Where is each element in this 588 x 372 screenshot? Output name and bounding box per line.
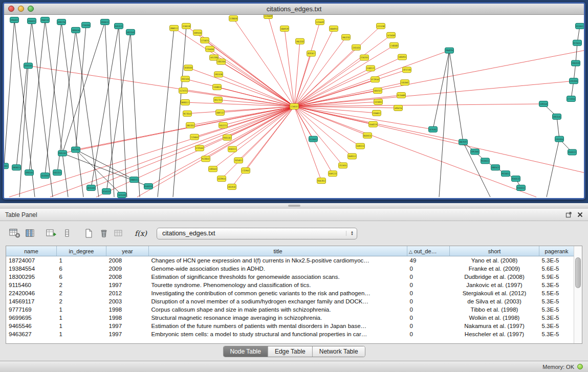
graph-node[interactable]: 23124551	[339, 163, 347, 168]
graph-node[interactable]: 15582127	[366, 65, 375, 71]
graph-node[interactable]: 14850931	[398, 54, 407, 60]
graph-node[interactable]: 50493112	[348, 154, 357, 159]
graph-node[interactable]: 18185500	[184, 65, 193, 71]
graph-node[interactable]: 21610467	[401, 80, 409, 85]
table-settings-icon[interactable]	[7, 227, 23, 240]
graph-node[interactable]: 22260158	[182, 23, 191, 29]
table-row[interactable]: 969969511998Structural magnetic resonanc…	[6, 314, 574, 322]
graph-node[interactable]: 20660531	[130, 177, 139, 183]
graph-node[interactable]: 18613351	[186, 122, 195, 128]
graph-node[interactable]: 14954754	[394, 105, 403, 111]
graph-node[interactable]: 18757105	[403, 67, 411, 73]
graph-node[interactable]: 55440219	[369, 121, 378, 127]
graph-node[interactable]: 12215769	[377, 23, 385, 29]
graph-node[interactable]: 25852504	[217, 59, 226, 64]
graph-node[interactable]: 20504112	[101, 19, 110, 25]
graph-node[interactable]: 19015106	[214, 72, 223, 77]
graph-node[interactable]: 19613203	[296, 38, 304, 44]
graph-node[interactable]: 91154469	[397, 93, 406, 98]
table-scrollbar[interactable]	[574, 246, 582, 343]
graph-node[interactable]: 55013721	[219, 122, 228, 128]
splitter-grip-icon[interactable]	[288, 205, 300, 207]
column-header-year[interactable]: year	[106, 246, 149, 256]
graph-node[interactable]: 93104521	[481, 158, 490, 164]
graph-node[interactable]: 16649109	[280, 26, 289, 31]
table-row[interactable]: 946362711997Embryonic stem cells: a mode…	[6, 330, 574, 338]
graph-node[interactable]: 20903145	[25, 170, 34, 176]
table-row[interactable]: 946554611997Estimation of the future num…	[6, 322, 574, 330]
graph-node[interactable]: 18231450	[87, 185, 96, 191]
graph-node[interactable]: 92450132	[512, 176, 520, 182]
graph-node[interactable]: 19648794	[445, 48, 454, 53]
function-builder-icon[interactable]: f(x)	[133, 227, 148, 240]
float-panel-icon[interactable]	[565, 211, 572, 218]
graph-node[interactable]: 76231450	[118, 192, 126, 198]
graph-node[interactable]: 21274752	[179, 88, 188, 94]
network-file-select[interactable]: citations_edges.txt ▲▼	[157, 228, 357, 239]
graph-node[interactable]: 17545304	[82, 22, 91, 28]
window-titlebar[interactable]: citations_edges.txt	[4, 4, 584, 15]
graph-node[interactable]: 10923145	[553, 114, 561, 119]
graph-node[interactable]: 19944322	[10, 17, 19, 23]
graph-node[interactable]: 18523901	[72, 147, 80, 152]
graph-node[interactable]: 15134451	[309, 136, 318, 142]
graph-node[interactable]: 57191442	[195, 145, 204, 151]
delete-table-icon[interactable]	[96, 227, 112, 240]
table-row[interactable]: 1938455462009Genome-wide association stu…	[6, 265, 574, 273]
new-document-icon[interactable]	[81, 227, 96, 240]
minimize-window-icon[interactable]	[18, 6, 24, 12]
graph-node[interactable]: 20503100	[24, 63, 33, 69]
graph-node[interactable]: 95051341	[58, 150, 67, 156]
graph-node[interactable]: 12010354	[555, 136, 564, 142]
graph-node[interactable]: 17485083	[390, 42, 399, 48]
graph-node[interactable]: 18023140	[126, 29, 135, 35]
graph-node[interactable]: 12835410	[209, 166, 217, 172]
column-header-out_de[interactable]: △out_de…	[407, 246, 450, 256]
graph-node[interactable]: 90778143	[183, 111, 192, 116]
graph-node[interactable]: 23162501	[360, 55, 369, 60]
graph-node[interactable]: 19462110	[41, 17, 50, 23]
zoom-window-icon[interactable]	[28, 6, 34, 12]
graph-node[interactable]: 11254439	[316, 19, 324, 25]
graph-node[interactable]: 12010345	[570, 78, 578, 84]
graph-node[interactable]: 92450122	[568, 149, 577, 155]
table-row[interactable]: 977716911998Corpus callosum shape and si…	[6, 305, 574, 314]
import-table-icon[interactable]	[44, 227, 59, 240]
graph-node[interactable]: 22031035	[352, 45, 361, 50]
graph-node[interactable]: 93150412	[576, 23, 584, 29]
graph-node[interactable]: 18319102	[228, 184, 236, 190]
graph-node[interactable]: 76254012	[234, 158, 243, 163]
graph-node[interactable]: 92450312	[517, 185, 526, 191]
graph-node[interactable]: 22286058	[229, 15, 238, 21]
table-row[interactable]: 1830029562008Estimation of significance …	[6, 273, 574, 281]
graph-node[interactable]: 16047427	[374, 88, 382, 94]
graph-node[interactable]: 21254439	[264, 15, 273, 18]
graph-node[interactable]: 30517313	[214, 97, 223, 103]
graph-node[interactable]: 18636021	[12, 165, 21, 170]
column-header-pagerank[interactable]: pagerank	[539, 246, 574, 256]
network-canvas[interactable]: 1724010718660112222601582009103412754074…	[4, 15, 584, 198]
close-window-icon[interactable]	[8, 6, 14, 12]
graph-node[interactable]: 10239414	[217, 176, 226, 182]
graph-node[interactable]: 93457812	[317, 178, 326, 184]
graph-node[interactable]: 18660112	[170, 25, 179, 31]
table-row[interactable]: 911546021997Tourette syndrome. Phenomeno…	[6, 281, 574, 289]
graph-node[interactable]: 20145103	[102, 189, 111, 194]
graph-node[interactable]: 17240107	[290, 104, 299, 110]
graph-node[interactable]: 20564312	[28, 18, 36, 24]
graph-node[interactable]: 91450233	[144, 184, 153, 189]
tab-edge-table[interactable]: Edge Table	[268, 346, 312, 357]
table-row[interactable]: 2242004622012Investigating the contribut…	[6, 289, 574, 297]
graph-node[interactable]: 53492213	[356, 143, 365, 149]
table-row[interactable]: 1456911722003Disruption of a novel membe…	[6, 297, 574, 305]
graph-node[interactable]: 92734151	[573, 40, 582, 46]
column-header-title[interactable]: title	[149, 246, 407, 256]
graph-node[interactable]: 16791907	[429, 126, 438, 132]
graph-node[interactable]: 22046017	[373, 110, 381, 116]
graph-node[interactable]: 71234042	[190, 134, 199, 140]
graph-node[interactable]: 95013451	[4, 163, 9, 169]
graph-node[interactable]: 19453103	[572, 60, 580, 66]
network-graph-area[interactable]: 1724010718660112222601582009103412754074…	[4, 15, 584, 198]
merge-tables-icon[interactable]	[112, 227, 127, 240]
graph-node[interactable]: 91236547	[202, 156, 210, 162]
